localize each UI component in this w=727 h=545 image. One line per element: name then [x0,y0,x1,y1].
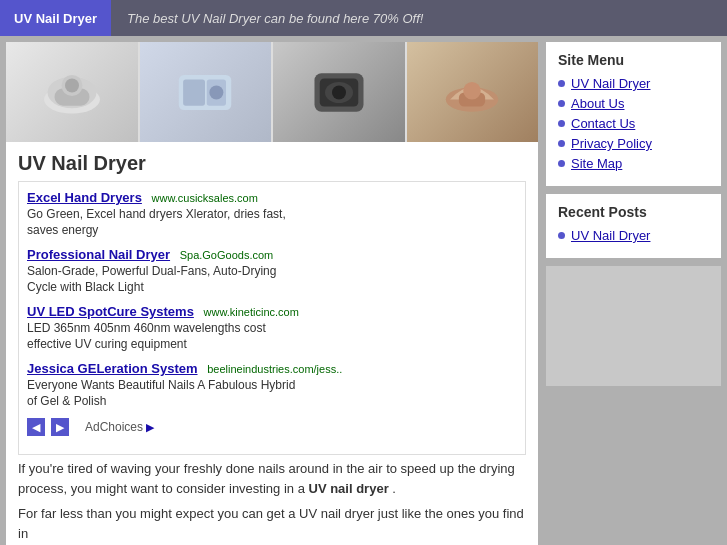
ad-link-1[interactable]: Excel Hand Dryers [27,190,142,205]
bullet-uv-nail-dryer [558,80,565,87]
hero-img-svg-3 [304,65,374,120]
content-area: UV Nail Dryer Excel Hand Dryers www.cusi… [6,42,538,545]
ad-choices-label: AdChoices ▶ [85,420,154,434]
sidebar-item-about-us[interactable]: About Us [558,96,709,111]
bullet-about-us [558,100,565,107]
ad-url-4: beelineindustries.com/jess.. [207,363,342,375]
bullet-privacy-policy [558,140,565,147]
hero-img-svg-4 [437,65,507,120]
ad-item-2: Professional Nail Dryer Spa.GoGoods.com … [27,247,517,294]
sidebar-link-privacy-policy[interactable]: Privacy Policy [571,136,652,151]
sidebar-ad-placeholder [546,266,721,386]
hero-img-svg-1 [37,65,107,120]
hero-image-4 [407,42,539,142]
content-p1-bold: UV nail dryer [309,481,389,496]
svg-point-8 [210,85,224,99]
ad-item-3: UV LED SpotCure Systems www.kineticinc.c… [27,304,517,351]
ad-link-2[interactable]: Professional Nail Dryer [27,247,170,262]
bullet-recent-uv-nail-dryer [558,232,565,239]
sidebar-item-privacy-policy[interactable]: Privacy Policy [558,136,709,151]
recent-posts-title: Recent Posts [558,204,709,220]
ad-desc-1b: saves energy [27,223,517,237]
sidebar-menu-box: Site Menu UV Nail Dryer About Us Contact… [546,42,721,186]
sidebar: Site Menu UV Nail Dryer About Us Contact… [546,42,721,545]
ad-block: Excel Hand Dryers www.cusicksales.com Go… [18,181,526,455]
ad-desc-3b: effective UV curing equipment [27,337,517,351]
sidebar-link-contact-us[interactable]: Contact Us [571,116,635,131]
ad-link-4[interactable]: Jessica GELeration System [27,361,198,376]
ad-footer: ◀ ▶ AdChoices ▶ [27,418,517,436]
ad-link-3[interactable]: UV LED SpotCure Systems [27,304,194,319]
svg-point-15 [464,82,482,100]
hero-images [6,42,538,142]
ad-desc-4b: of Gel & Polish [27,394,517,408]
hero-image-3 [273,42,405,142]
content-p2: For far less than you might expect you c… [18,506,524,541]
content-text: If you're tired of waving your freshly d… [6,455,538,545]
sidebar-recent-box: Recent Posts UV Nail Dryer [546,194,721,258]
ad-desc-2a: Salon-Grade, Powerful Dual-Fans, Auto-Dr… [27,264,517,278]
top-banner: UV Nail Dryer The best UV Nail Dryer can… [0,0,727,36]
ad-prev-button[interactable]: ◀ [27,418,45,436]
content-p1-end: . [392,481,396,496]
banner-title[interactable]: UV Nail Dryer [0,0,111,36]
ad-next-button[interactable]: ▶ [51,418,69,436]
sidebar-link-about-us[interactable]: About Us [571,96,624,111]
sidebar-item-uv-nail-dryer[interactable]: UV Nail Dryer [558,76,709,91]
main-layout: UV Nail Dryer Excel Hand Dryers www.cusi… [0,36,727,545]
content-p1-start: If you're tired of waving your freshly d… [18,461,515,496]
svg-rect-6 [183,79,205,105]
ad-url-1: www.cusicksales.com [152,192,258,204]
sidebar-item-contact-us[interactable]: Contact Us [558,116,709,131]
bullet-site-map [558,160,565,167]
ad-url-2: Spa.GoGoods.com [180,249,274,261]
ad-desc-1a: Go Green, Excel hand dryers Xlerator, dr… [27,207,517,221]
banner-subtitle: The best UV Nail Dryer can be found here… [111,11,423,26]
sidebar-recent-uv-nail-dryer[interactable]: UV Nail Dryer [558,228,709,243]
ad-item-1: Excel Hand Dryers www.cusicksales.com Go… [27,190,517,237]
sidebar-item-site-map[interactable]: Site Map [558,156,709,171]
site-menu-title: Site Menu [558,52,709,68]
ad-url-3: www.kineticinc.com [204,306,299,318]
ad-choices-text: AdChoices [85,420,143,434]
svg-point-12 [332,85,346,99]
ad-desc-2b: Cycle with Black Light [27,280,517,294]
bullet-contact-us [558,120,565,127]
ad-desc-4a: Everyone Wants Beautiful Nails A Fabulou… [27,378,517,392]
sidebar-link-site-map[interactable]: Site Map [571,156,622,171]
sidebar-recent-link-uv-nail-dryer[interactable]: UV Nail Dryer [571,228,650,243]
ad-choices-icon[interactable]: ▶ [146,421,154,433]
page-title: UV Nail Dryer [6,142,538,181]
hero-image-2 [140,42,272,142]
sidebar-link-uv-nail-dryer[interactable]: UV Nail Dryer [571,76,650,91]
ad-item-4: Jessica GELeration System beelineindustr… [27,361,517,408]
hero-image-1 [6,42,138,142]
hero-img-svg-2 [170,65,240,120]
ad-desc-3a: LED 365nm 405nm 460nm wavelengths cost [27,321,517,335]
svg-point-4 [65,78,79,92]
